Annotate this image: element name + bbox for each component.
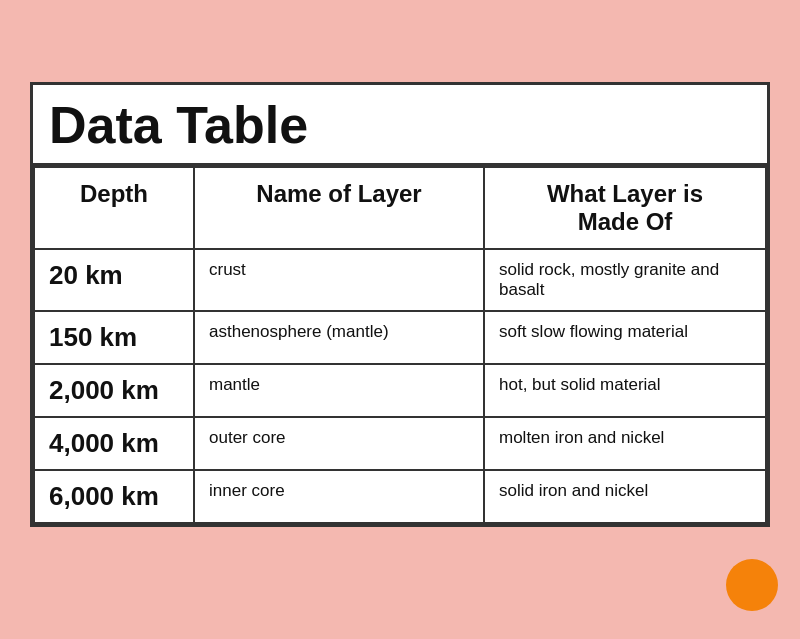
- cell-made-0: solid rock, mostly granite and basalt: [484, 249, 766, 311]
- table-row: 150 kmasthenosphere (mantle)soft slow fl…: [34, 311, 766, 364]
- cell-made-3: molten iron and nickel: [484, 417, 766, 470]
- cell-depth-4: 6,000 km: [34, 470, 194, 523]
- cell-depth-2: 2,000 km: [34, 364, 194, 417]
- orange-circle-decoration: [726, 559, 778, 611]
- header-name: Name of Layer: [194, 167, 484, 249]
- table-row: 20 kmcrustsolid rock, mostly granite and…: [34, 249, 766, 311]
- table-row: 6,000 kminner coresolid iron and nickel: [34, 470, 766, 523]
- data-table: Depth Name of Layer What Layer isMade Of…: [33, 166, 767, 524]
- cell-name-2: mantle: [194, 364, 484, 417]
- cell-depth-1: 150 km: [34, 311, 194, 364]
- cell-depth-0: 20 km: [34, 249, 194, 311]
- table-row: 4,000 kmouter coremolten iron and nickel: [34, 417, 766, 470]
- cell-made-1: soft slow flowing material: [484, 311, 766, 364]
- cell-made-4: solid iron and nickel: [484, 470, 766, 523]
- table-title: Data Table: [33, 85, 767, 166]
- cell-name-4: inner core: [194, 470, 484, 523]
- header-depth: Depth: [34, 167, 194, 249]
- cell-name-3: outer core: [194, 417, 484, 470]
- cell-name-0: crust: [194, 249, 484, 311]
- table-row: 2,000 kmmantlehot, but solid material: [34, 364, 766, 417]
- cell-name-1: asthenosphere (mantle): [194, 311, 484, 364]
- data-table-wrapper: Data Table Depth Name of Layer What Laye…: [30, 82, 770, 527]
- table-body: 20 kmcrustsolid rock, mostly granite and…: [34, 249, 766, 523]
- table-header-row: Depth Name of Layer What Layer isMade Of: [34, 167, 766, 249]
- header-made: What Layer isMade Of: [484, 167, 766, 249]
- page-container: Data Table Depth Name of Layer What Laye…: [0, 0, 800, 639]
- cell-made-2: hot, but solid material: [484, 364, 766, 417]
- cell-depth-3: 4,000 km: [34, 417, 194, 470]
